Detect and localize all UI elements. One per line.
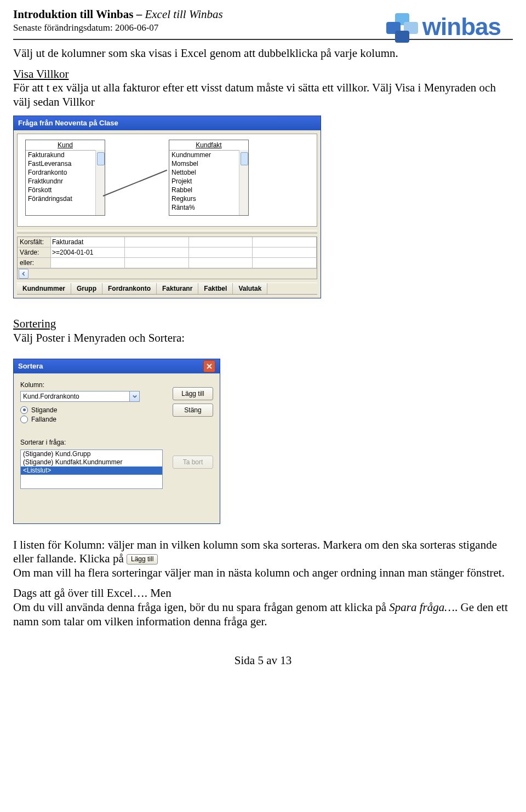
close-button[interactable]: [203, 360, 215, 372]
sort-list[interactable]: (Stigande) Kund.Grupp (Stigande) Kundfak…: [20, 450, 163, 489]
list-item[interactable]: Momsbel: [169, 159, 248, 168]
list-item[interactable]: Projekt: [169, 177, 248, 186]
list-item[interactable]: Kundnummer: [169, 151, 248, 159]
table-title: Kund: [26, 140, 105, 150]
radio-dot-icon: [20, 406, 28, 414]
list-item[interactable]: FastLeveransa: [26, 159, 105, 168]
join-line: [103, 170, 168, 197]
table-box-kundfakt[interactable]: Kundfakt Kundnummer Momsbel Nettobel Pro…: [169, 140, 249, 216]
column-header[interactable]: Fordrankonto: [102, 283, 157, 294]
fallande-radio[interactable]: Fallande: [20, 416, 213, 423]
msquery-titlebar[interactable]: Fråga från Neoventa på Clase: [14, 116, 321, 130]
tables-pane[interactable]: Kund Fakturakund FastLeveransa Fordranko…: [17, 134, 317, 227]
kolumn-paragraph: I listen för Kolumn: väljer man in vilke…: [13, 538, 513, 580]
list-item[interactable]: Rabbel: [169, 186, 248, 194]
radio-dot-icon: [20, 416, 28, 423]
criteria-value-cell[interactable]: >=2004-01-01: [51, 247, 125, 257]
visa-villkor-paragraph: Visa Villkor För att t ex välja ut alla …: [13, 67, 513, 110]
list-item[interactable]: Fordrankonto: [26, 168, 105, 177]
brand-text: winbas: [422, 13, 501, 41]
criteria-grid[interactable]: Korsfält: Fakturadat Värde: >=2004-01-01…: [17, 237, 317, 279]
list-item[interactable]: (Stigande) Kundfakt.Kundnummer: [21, 458, 162, 467]
column-header[interactable]: Faktbel: [198, 283, 233, 294]
sorterar-label: Sorterar i fråga:: [20, 439, 213, 446]
sortering-paragraph: Sortering Välj Poster i Menyraden och So…: [13, 317, 513, 345]
sortering-heading: Sortering: [13, 317, 56, 330]
column-header[interactable]: Valutak: [233, 283, 267, 294]
table-box-kund[interactable]: Kund Fakturakund FastLeveransa Fordranko…: [25, 140, 105, 216]
scrollbar[interactable]: [239, 150, 248, 215]
chevron-left-icon: [21, 272, 26, 276]
list-item[interactable]: (Stigande) Kund.Grupp: [21, 450, 162, 458]
dags-paragraph: Dags att gå över till Excel…. Men Om du …: [13, 586, 513, 629]
list-item[interactable]: Regkurs: [169, 194, 248, 203]
stang-button[interactable]: Stäng: [173, 404, 213, 417]
list-item[interactable]: Förändringsdat: [26, 194, 105, 203]
msquery-window: Fråga från Neoventa på Clase Kund Faktur…: [13, 116, 321, 298]
sort-dialog-title: Sortera: [18, 359, 43, 373]
criteria-label: eller:: [18, 258, 51, 268]
visa-villkor-heading: Visa Villkor: [13, 67, 69, 80]
table-title: Kundfakt: [169, 140, 248, 150]
close-icon: [207, 364, 212, 369]
list-item[interactable]: Fraktkundnr: [26, 177, 105, 186]
tabort-button[interactable]: Ta bort: [173, 456, 213, 469]
intro-paragraph: Välj ut de kolumner som ska visas i Exce…: [13, 47, 513, 61]
criteria-label: Värde:: [18, 247, 51, 257]
hex-icon: [386, 12, 419, 42]
scrollbar[interactable]: [95, 150, 105, 215]
table-field-list[interactable]: Kundnummer Momsbel Nettobel Projekt Rabb…: [169, 150, 248, 215]
table-field-list[interactable]: Fakturakund FastLeveransa Fordrankonto F…: [26, 150, 105, 215]
criteria-field-cell[interactable]: Fakturadat: [51, 237, 125, 247]
sort-dialog-titlebar[interactable]: Sortera: [14, 359, 220, 373]
criteria-or-cell[interactable]: [51, 258, 125, 268]
kolumn-combo[interactable]: [20, 391, 140, 402]
brand-logo: winbas: [386, 12, 501, 42]
column-header[interactable]: Grupp: [71, 283, 102, 294]
list-item[interactable]: Nettobel: [169, 168, 248, 177]
column-header[interactable]: Fakturanr: [157, 283, 198, 294]
laggtill-button[interactable]: Lägg till: [173, 387, 213, 400]
result-columns-header[interactable]: Kundnummer Grupp Fordrankonto Fakturanr …: [17, 283, 317, 295]
list-item[interactable]: Förskott: [26, 186, 105, 194]
sort-dialog: Sortera Kolumn: Lägg till Stäng Stigande: [13, 359, 220, 524]
radio-label: Fallande: [31, 416, 56, 423]
msquery-title: Fråga från Neoventa på Clase: [18, 116, 118, 130]
combo-dropdown-button[interactable]: [130, 391, 140, 402]
radio-label: Stigande: [31, 406, 57, 414]
list-item[interactable]: Ränta%: [169, 203, 248, 212]
laggtill-inline-button: Lägg till: [127, 554, 158, 565]
list-item-selected[interactable]: <Listslut>: [21, 467, 162, 475]
kolumn-input[interactable]: [20, 391, 130, 402]
page-footer: Sida 5 av 13: [13, 654, 513, 673]
scroll-left-button[interactable]: [19, 269, 28, 279]
criteria-label: Korsfält:: [18, 237, 51, 247]
column-header[interactable]: Kundnummer: [17, 283, 71, 294]
chevron-down-icon: [133, 394, 137, 399]
list-item[interactable]: Fakturakund: [26, 151, 105, 159]
